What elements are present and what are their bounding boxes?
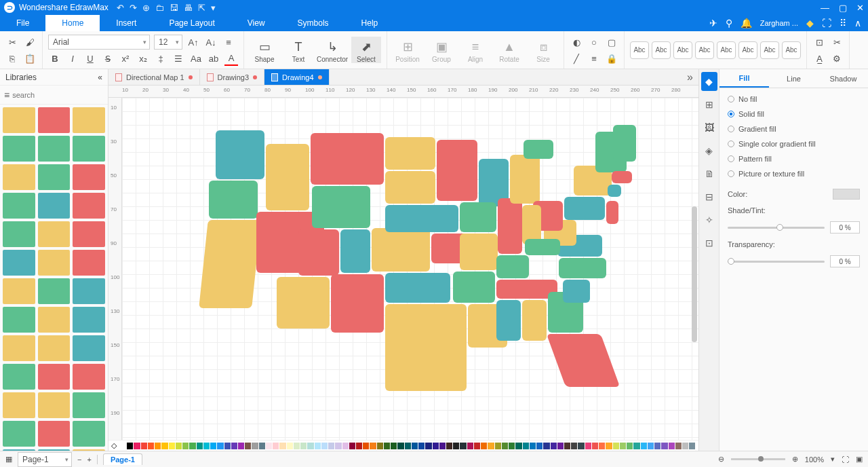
state-pa[interactable]: [564, 197, 605, 220]
tab-file[interactable]: File: [0, 15, 45, 31]
shape-tool[interactable]: ▭Shape: [250, 37, 279, 63]
style-preset-1[interactable]: Abc: [630, 41, 649, 59]
color-swatch-item[interactable]: [682, 443, 688, 449]
color-swatch-item[interactable]: [182, 443, 189, 449]
state-mn[interactable]: [437, 140, 477, 201]
page-icon[interactable]: 🗎: [701, 164, 717, 183]
minimize-icon[interactable]: —: [821, 3, 829, 13]
color-swatch-item[interactable]: [515, 443, 521, 449]
color-swatch-item[interactable]: [134, 443, 140, 449]
underline-icon[interactable]: U: [83, 52, 97, 66]
library-shape[interactable]: [3, 307, 35, 333]
size-tool[interactable]: ⧈Size: [528, 37, 558, 63]
fill-no-fill[interactable]: No fill: [728, 95, 860, 103]
tab-symbols[interactable]: Symbols: [281, 15, 345, 31]
color-swatch-item[interactable]: [141, 443, 147, 449]
close-icon[interactable]: ✕: [856, 3, 864, 13]
library-shape[interactable]: [38, 221, 71, 247]
color-swatch-item[interactable]: [300, 443, 307, 449]
state-mi[interactable]: [510, 155, 540, 204]
color-swatch-item[interactable]: [585, 443, 591, 449]
library-shape[interactable]: [3, 335, 35, 361]
bold-icon[interactable]: B: [48, 52, 62, 66]
library-shape[interactable]: [38, 335, 71, 361]
color-swatch-item[interactable]: [627, 443, 633, 449]
gift-icon[interactable]: ⛶: [822, 18, 831, 29]
tab-insert[interactable]: Insert: [100, 15, 153, 31]
library-search-input[interactable]: [12, 91, 106, 99]
library-shape[interactable]: [73, 164, 105, 190]
color-swatch-item[interactable]: [557, 443, 564, 449]
color-swatch-item[interactable]: [453, 443, 459, 449]
proptab-fill[interactable]: Fill: [719, 69, 769, 88]
style-preset-8[interactable]: Abc: [782, 41, 801, 59]
color-swatch-item[interactable]: [633, 443, 639, 449]
color-swatch-item[interactable]: [217, 443, 223, 449]
color-swatch-item[interactable]: [321, 443, 328, 449]
color-swatch-item[interactable]: [224, 443, 231, 449]
color-swatch-item[interactable]: [377, 443, 383, 449]
library-shape[interactable]: [38, 364, 71, 390]
color-swatch-item[interactable]: [675, 443, 682, 449]
state-ar[interactable]: [453, 272, 495, 303]
library-shape[interactable]: [3, 221, 35, 247]
state-ca[interactable]: [199, 220, 261, 308]
undo-icon[interactable]: ↶: [117, 3, 124, 13]
library-shape[interactable]: [73, 278, 105, 304]
state-ct[interactable]: [608, 185, 621, 197]
style-preset-2[interactable]: Abc: [652, 41, 671, 59]
color-swatch-item[interactable]: [460, 443, 466, 449]
color-swatch-item[interactable]: [599, 443, 605, 449]
apps-icon[interactable]: ⠿: [840, 18, 846, 29]
color-swatch-item[interactable]: [446, 443, 452, 449]
library-shape[interactable]: [73, 136, 105, 162]
color-swatch[interactable]: [833, 189, 860, 200]
state-mo[interactable]: [460, 234, 498, 270]
style-preset-3[interactable]: Abc: [673, 41, 692, 59]
library-shape[interactable]: [38, 392, 71, 418]
collapse-libraries-icon[interactable]: «: [98, 73, 102, 82]
state-mi-up[interactable]: [524, 140, 553, 159]
italic-icon[interactable]: I: [66, 52, 79, 66]
crop-icon[interactable]: ✂: [830, 35, 844, 49]
color-swatch-item[interactable]: [433, 443, 439, 449]
page-tab-1[interactable]: Page-1: [103, 453, 142, 465]
library-shape[interactable]: [38, 421, 71, 447]
effects-style-icon[interactable]: ▢: [605, 35, 618, 49]
color-swatch-item[interactable]: [245, 443, 251, 449]
state-mt[interactable]: [311, 133, 384, 185]
group-tool[interactable]: ▣Group: [427, 37, 456, 63]
page-layout-icon[interactable]: ▦: [5, 455, 12, 464]
library-shape[interactable]: [73, 250, 105, 276]
color-swatch-item[interactable]: [571, 443, 577, 449]
proptab-shadow[interactable]: Shadow: [818, 69, 868, 88]
color-swatch-item[interactable]: [551, 443, 557, 449]
fill-style-icon[interactable]: ◐: [570, 35, 583, 49]
format-shape-icon[interactable]: ◆: [701, 72, 717, 91]
doc-tab-2[interactable]: Drawing3: [200, 69, 264, 85]
color-swatch-item[interactable]: [578, 443, 584, 449]
color-swatch-item[interactable]: [356, 443, 362, 449]
library-shape[interactable]: [38, 164, 71, 190]
tab-view[interactable]: View: [231, 15, 281, 31]
library-shape[interactable]: [73, 421, 105, 447]
state-co[interactable]: [372, 228, 430, 272]
color-swatch-item[interactable]: [231, 443, 237, 449]
state-ia[interactable]: [460, 202, 496, 232]
library-shape[interactable]: [73, 107, 105, 133]
library-shape[interactable]: [38, 250, 71, 276]
tab-page-layout[interactable]: Page Layout: [153, 15, 231, 31]
color-swatch-item[interactable]: [613, 443, 619, 449]
share-icon[interactable]: ⚲: [726, 18, 732, 29]
shade-value[interactable]: 0 %: [830, 221, 860, 234]
library-shape[interactable]: [3, 364, 35, 390]
color-swatch-item[interactable]: [661, 443, 667, 449]
color-swatch-item[interactable]: [342, 443, 349, 449]
fill-picture[interactable]: Picture or texture fill: [728, 170, 860, 178]
color-swatch-item[interactable]: [536, 443, 542, 449]
fill-gradient[interactable]: Gradient fill: [728, 125, 860, 133]
zoom-dropdown-icon[interactable]: ▾: [831, 455, 835, 464]
align-icon[interactable]: ≡: [222, 35, 235, 49]
color-swatch-item[interactable]: [467, 443, 473, 449]
library-shape[interactable]: [38, 278, 71, 304]
